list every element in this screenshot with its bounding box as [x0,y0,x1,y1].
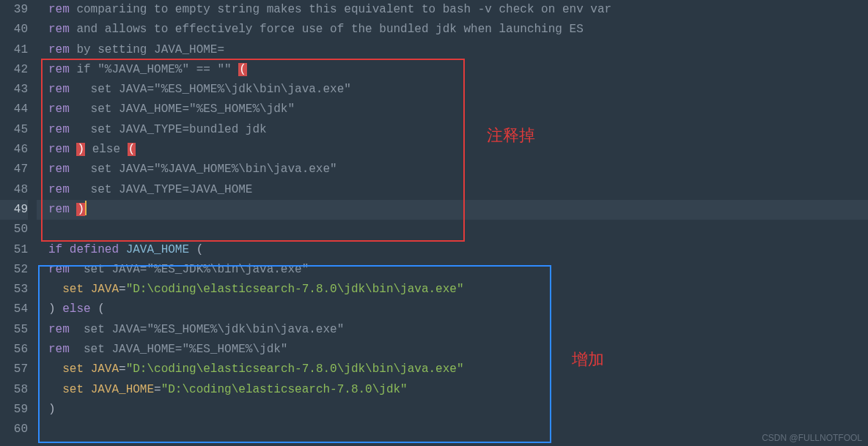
keyword-rem: rem [48,203,70,216]
comment-text: "%JAVA_HOME%" [98,63,189,76]
line-number: 41 [0,40,28,60]
code-line: rem if "%JAVA_HOME%" == "" ( [37,60,868,80]
identifier: JAVA [91,283,119,296]
keyword-if: if [48,243,62,256]
code-line: rem ) else ( [37,140,868,160]
string-literal: "D:\coding\elasticsearch-7.8.0\jdk" [161,383,408,396]
comment-text: by setting JAVA_HOME= [70,43,224,56]
keyword-rem: rem [48,343,70,356]
error-token: ( [238,63,247,76]
code-line: if defined JAVA_HOME ( [37,240,868,260]
line-number: 59 [0,400,28,420]
keyword-rem: rem [48,163,70,176]
line-number: 46 [0,140,28,160]
keyword-rem: rem [48,123,70,136]
comment-text: set JAVA_TYPE=bundled jdk [70,123,267,136]
code-line: rem set JAVA_HOME="%ES_HOME%\jdk" [37,340,868,360]
comment-text: if [70,63,98,76]
line-number: 45 [0,120,28,140]
keyword-set: set [62,363,84,376]
equals: = [119,363,126,376]
keyword-set: set [62,383,84,396]
comment-text: set JAVA="%JAVA_HOME%\bin\java.exe" [70,163,337,176]
code-line [37,420,868,439]
keyword-rem: rem [48,83,70,96]
space [84,283,91,296]
code-line: rem ) [37,200,868,220]
equals: = [119,283,126,296]
comment-text: else [85,143,128,156]
text-cursor [85,201,87,215]
comment-text [70,203,77,216]
line-number: 58 [0,380,28,400]
keyword-rem: rem [48,3,70,16]
comment-text: set JAVA="%ES_HOME%\jdk\bin\java.exe" [70,83,351,96]
line-number: 57 [0,360,28,379]
comment-text: set JAVA_HOME="%ES_HOME%\jdk" [70,103,295,116]
paren: ( [98,302,105,316]
code-editor[interactable]: 39 40 41 42 43 44 45 46 47 48 49 50 51 5… [0,0,868,446]
line-number: 50 [0,220,28,239]
identifier: JAVA_HOME [126,243,196,256]
comment-text: set JAVA_HOME="%ES_HOME%\jdk" [70,343,288,356]
keyword-rem: rem [48,63,70,76]
space [84,383,91,396]
space [84,363,91,376]
line-number: 54 [0,300,28,319]
code-line: rem by setting JAVA_HOME= [37,40,868,60]
keyword-rem: rem [48,263,70,276]
line-number: 40 [0,20,28,40]
keyword-rem: rem [48,43,70,56]
keyword-defined: defined [62,243,125,256]
line-number: 39 [0,0,28,20]
error-token: ) [76,203,85,216]
line-number: 42 [0,60,28,80]
keyword-rem: rem [48,143,70,156]
error-token: ) [76,143,85,156]
line-number: 44 [0,100,28,119]
code-line [37,220,868,239]
code-line: rem compariing to empty string makes thi… [37,0,868,20]
code-line: set JAVA_HOME="D:\coding\elasticsearch-7… [37,380,868,400]
keyword-rem: rem [48,323,70,336]
comment-text: compariing to empty string makes this eq… [70,3,611,16]
comment-text: and allows to effectively force use of t… [70,23,584,36]
line-number: 51 [0,240,28,260]
identifier: JAVA_HOME [91,383,154,396]
code-line: rem set JAVA_HOME="%ES_HOME%\jdk" [37,100,868,119]
line-number: 53 [0,280,28,300]
watermark: CSDN @FULLNOTFOOL [762,433,862,443]
comment-text: == [189,63,217,76]
paren: ) [48,302,56,316]
line-gutter: 39 40 41 42 43 44 45 46 47 48 49 50 51 5… [0,0,37,446]
indent [48,283,62,296]
comment-text: "" [217,63,231,76]
keyword-rem: rem [48,23,70,36]
string-literal: "D:\coding\elasticsearch-7.8.0\jdk\bin\j… [126,363,464,376]
code-line: rem set JAVA_TYPE=JAVA_HOME [37,180,868,200]
indent [48,363,62,376]
line-number: 56 [0,340,28,360]
code-line: ) [37,400,868,420]
line-number: 52 [0,260,28,280]
code-line: set JAVA="D:\coding\elasticsearch-7.8.0\… [37,360,868,379]
code-line: rem set JAVA="%ES_JDK%\bin\java.exe" [37,260,868,280]
comment-text: set JAVA="%ES_HOME%\jdk\bin\java.exe" [70,323,344,336]
line-number: 43 [0,80,28,100]
code-line: rem set JAVA="%ES_HOME%\jdk\bin\java.exe… [37,320,868,340]
comment-text [232,63,239,76]
keyword-set: set [62,283,84,296]
keyword-rem: rem [48,183,70,196]
line-number: 48 [0,180,28,200]
code-area[interactable]: rem compariing to empty string makes thi… [37,0,868,446]
code-line: rem set JAVA="%ES_HOME%\jdk\bin\java.exe… [37,80,868,100]
code-line: ) else ( [37,300,868,319]
code-line: rem set JAVA="%JAVA_HOME%\bin\java.exe" [37,160,868,179]
error-token: ( [128,143,136,156]
line-number: 49 [0,200,28,220]
paren: ( [196,243,204,256]
keyword-else: else [56,302,98,316]
comment-text: set JAVA_TYPE=JAVA_HOME [70,183,253,196]
keyword-rem: rem [48,103,70,116]
code-line: rem set JAVA_TYPE=bundled jdk [37,120,868,140]
